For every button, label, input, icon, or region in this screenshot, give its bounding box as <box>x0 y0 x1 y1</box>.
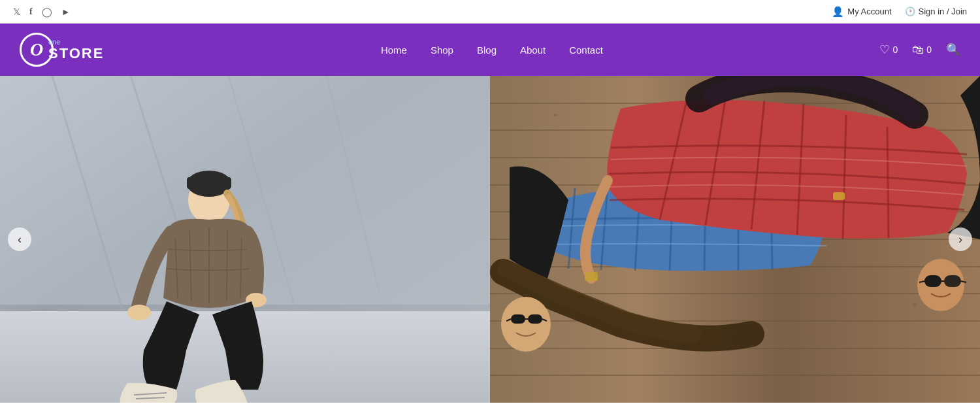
svg-rect-55 <box>924 275 941 287</box>
svg-point-15 <box>127 305 151 320</box>
hero-right-svg <box>490 76 980 403</box>
instagram-icon[interactable]: ◯ <box>42 7 52 17</box>
svg-line-13 <box>227 229 227 301</box>
signin-icon: 🕑 <box>905 7 915 16</box>
hero-image-right: › <box>490 76 980 403</box>
heart-icon: ♡ <box>879 42 890 57</box>
nav-home[interactable]: Home <box>381 44 407 56</box>
main-nav: Home Shop Blog About Contact <box>381 44 603 56</box>
nav-contact[interactable]: Contact <box>569 44 603 56</box>
youtube-icon[interactable]: ► <box>61 7 71 17</box>
nav-icons: ♡ 0 🛍 0 🔍 <box>879 42 960 57</box>
my-account-link[interactable]: 👤 My Account <box>832 6 891 18</box>
nav-blog[interactable]: Blog <box>477 44 497 56</box>
logo-letter: O <box>30 39 43 60</box>
svg-point-34 <box>913 303 917 307</box>
svg-rect-56 <box>944 275 961 287</box>
svg-rect-43 <box>511 314 525 324</box>
main-header: O one STORE Home Shop Blog About Contact… <box>0 24 980 76</box>
cart-icon: 🛍 <box>912 43 924 57</box>
svg-rect-61 <box>833 192 845 200</box>
svg-line-53 <box>887 127 889 238</box>
logo-store: STORE <box>48 46 104 61</box>
prev-arrow-icon: ‹ <box>18 233 22 246</box>
wishlist-count: 0 <box>892 44 898 55</box>
svg-rect-9 <box>187 177 231 189</box>
signin-label: Sign in / Join <box>919 7 967 16</box>
svg-point-31 <box>554 114 557 116</box>
search-icon-item[interactable]: 🔍 <box>946 42 960 57</box>
hero-image-left: ‹ <box>0 76 490 403</box>
user-icon: 👤 <box>832 6 844 18</box>
prev-slide-button[interactable]: ‹ <box>8 227 31 251</box>
wishlist-icon-item[interactable]: ♡ 0 <box>879 42 898 57</box>
nav-about[interactable]: About <box>520 44 546 56</box>
search-icon: 🔍 <box>946 42 960 57</box>
next-arrow-icon: › <box>958 233 962 246</box>
signin-link[interactable]: 🕑 Sign in / Join <box>905 7 967 16</box>
social-links: 𝕏 f ◯ ► <box>13 7 71 17</box>
facebook-icon[interactable]: f <box>29 7 33 17</box>
nav-shop[interactable]: Shop <box>431 44 453 56</box>
svg-rect-44 <box>528 314 542 324</box>
account-area: 👤 My Account 🕑 Sign in / Join <box>832 6 967 18</box>
next-slide-button[interactable]: › <box>949 227 972 251</box>
top-bar: 𝕏 f ◯ ► 👤 My Account 🕑 Sign in / Join <box>0 0 980 24</box>
svg-point-42 <box>501 297 551 352</box>
cart-count: 0 <box>926 44 932 55</box>
twitter-icon[interactable]: 𝕏 <box>13 7 20 17</box>
logo-text: one STORE <box>48 38 104 61</box>
hero-left-svg <box>0 76 490 403</box>
hero-section: ‹ <box>0 76 980 403</box>
svg-rect-60 <box>585 272 598 281</box>
logo[interactable]: O one STORE <box>20 33 104 67</box>
my-account-label: My Account <box>847 7 891 16</box>
cart-icon-item[interactable]: 🛍 0 <box>912 43 932 57</box>
